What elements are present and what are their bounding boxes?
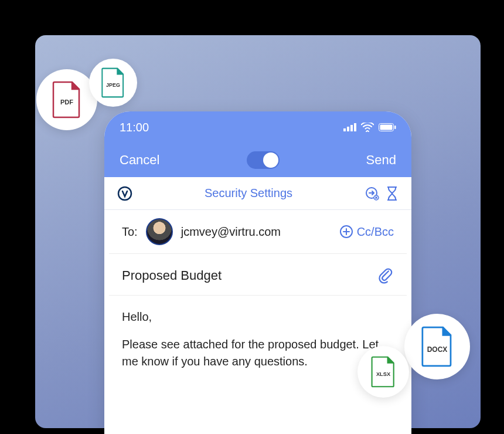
status-icons: [343, 123, 396, 132]
avatar: [146, 218, 173, 245]
status-bar: 11:00: [120, 111, 396, 143]
pdf-label: PDF: [60, 99, 73, 106]
expiration-icon[interactable]: [386, 186, 399, 201]
file-badge-docx: DOCX: [404, 314, 470, 379]
svg-rect-3: [354, 123, 356, 131]
phone-header: 11:00 Cancel Send: [104, 111, 411, 177]
plus-circle-icon: [339, 225, 353, 239]
signal-icon: [343, 123, 356, 131]
send-button[interactable]: Send: [366, 152, 396, 168]
svg-rect-5: [380, 125, 393, 130]
security-settings-label: Security Settings: [132, 187, 365, 200]
wifi-icon: [361, 123, 374, 132]
jpeg-label: JPEG: [106, 82, 120, 88]
cc-bcc-label: Cc/Bcc: [357, 225, 394, 239]
toggle-knob: [263, 152, 278, 168]
svg-rect-1: [347, 127, 349, 131]
battery-icon: [379, 123, 396, 131]
file-badge-jpeg: JPEG: [89, 59, 137, 107]
disable-forward-icon[interactable]: [365, 186, 380, 201]
attachment-icon[interactable]: [377, 267, 394, 284]
virtru-logo-icon: [117, 186, 132, 201]
xlsx-label: XLSX: [376, 371, 391, 377]
to-label: To:: [122, 225, 138, 239]
cc-bcc-button[interactable]: Cc/Bcc: [339, 225, 394, 239]
svg-rect-2: [350, 125, 353, 131]
recipient-email[interactable]: jcmvey@virtru.com: [181, 225, 331, 239]
svg-rect-6: [394, 126, 396, 129]
nav-bar: Cancel Send: [120, 143, 396, 177]
cancel-button[interactable]: Cancel: [120, 152, 159, 168]
body-greeting: Hello,: [122, 308, 394, 326]
file-badge-pdf: PDF: [36, 69, 97, 130]
body-text: Please see attached for the proposed bud…: [122, 336, 394, 370]
encryption-toggle[interactable]: [247, 151, 280, 169]
security-settings-row[interactable]: Security Settings: [104, 177, 411, 210]
docx-label: DOCX: [427, 345, 448, 354]
status-time: 11:00: [120, 121, 149, 134]
subject-row: Proposed Budget: [109, 254, 407, 296]
subject-text[interactable]: Proposed Budget: [122, 268, 222, 283]
file-badge-xlsx: XLSX: [357, 346, 409, 398]
to-row: To: jcmvey@virtru.com Cc/Bcc: [109, 210, 407, 254]
svg-rect-0: [343, 128, 346, 131]
